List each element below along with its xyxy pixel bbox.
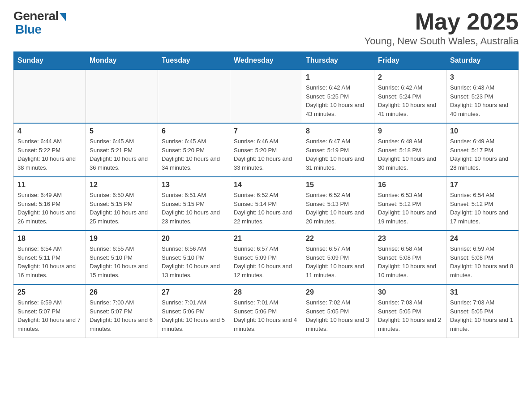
calendar-cell: 12Sunrise: 6:50 AM Sunset: 5:15 PM Dayli…	[86, 177, 158, 231]
calendar-week-row: 4Sunrise: 6:44 AM Sunset: 5:22 PM Daylig…	[14, 123, 519, 177]
calendar-cell: 25Sunrise: 6:59 AM Sunset: 5:07 PM Dayli…	[14, 284, 86, 338]
logo-arrow-icon	[60, 13, 66, 21]
calendar-header-sunday: Sunday	[14, 52, 86, 70]
day-number: 1	[306, 73, 370, 81]
day-info: Sunrise: 7:00 AM Sunset: 5:07 PM Dayligh…	[90, 298, 154, 333]
day-number: 2	[378, 73, 442, 81]
calendar-cell: 21Sunrise: 6:57 AM Sunset: 5:09 PM Dayli…	[230, 231, 302, 284]
day-number: 6	[162, 127, 226, 135]
day-info: Sunrise: 6:54 AM Sunset: 5:11 PM Dayligh…	[17, 244, 82, 279]
day-number: 7	[234, 127, 298, 135]
day-info: Sunrise: 6:53 AM Sunset: 5:12 PM Dayligh…	[378, 191, 442, 226]
calendar-cell: 24Sunrise: 6:59 AM Sunset: 5:08 PM Dayli…	[446, 231, 519, 284]
calendar-header-friday: Friday	[374, 52, 446, 70]
calendar-cell: 27Sunrise: 7:01 AM Sunset: 5:06 PM Dayli…	[158, 284, 230, 338]
day-number: 5	[90, 127, 154, 135]
calendar-week-row: 18Sunrise: 6:54 AM Sunset: 5:11 PM Dayli…	[14, 231, 519, 284]
day-info: Sunrise: 6:59 AM Sunset: 5:08 PM Dayligh…	[450, 244, 515, 279]
calendar-cell: 30Sunrise: 7:03 AM Sunset: 5:05 PM Dayli…	[374, 284, 446, 338]
day-info: Sunrise: 6:49 AM Sunset: 5:16 PM Dayligh…	[17, 191, 82, 226]
day-number: 15	[306, 181, 370, 189]
logo: General Blue	[13, 9, 66, 37]
day-number: 18	[17, 235, 82, 243]
day-number: 22	[306, 235, 370, 243]
title-section: May 2025 Young, New South Wales, Austral…	[365, 9, 519, 47]
calendar-cell: 29Sunrise: 7:02 AM Sunset: 5:05 PM Dayli…	[302, 284, 374, 338]
day-info: Sunrise: 6:45 AM Sunset: 5:20 PM Dayligh…	[162, 137, 226, 172]
calendar-header-row: SundayMondayTuesdayWednesdayThursdayFrid…	[14, 52, 519, 70]
day-info: Sunrise: 7:03 AM Sunset: 5:05 PM Dayligh…	[450, 298, 515, 333]
calendar-cell: 8Sunrise: 6:47 AM Sunset: 5:19 PM Daylig…	[302, 123, 374, 177]
calendar-cell: 22Sunrise: 6:57 AM Sunset: 5:09 PM Dayli…	[302, 231, 374, 284]
day-number: 27	[162, 288, 226, 296]
day-info: Sunrise: 7:02 AM Sunset: 5:05 PM Dayligh…	[306, 298, 370, 333]
day-number: 26	[90, 288, 154, 296]
calendar-cell: 15Sunrise: 6:52 AM Sunset: 5:13 PM Dayli…	[302, 177, 374, 231]
day-info: Sunrise: 6:57 AM Sunset: 5:09 PM Dayligh…	[306, 244, 370, 279]
day-number: 19	[90, 235, 154, 243]
day-info: Sunrise: 7:01 AM Sunset: 5:06 PM Dayligh…	[234, 298, 298, 333]
day-info: Sunrise: 6:49 AM Sunset: 5:17 PM Dayligh…	[450, 137, 515, 172]
calendar-cell: 6Sunrise: 6:45 AM Sunset: 5:20 PM Daylig…	[158, 123, 230, 177]
day-number: 14	[234, 181, 298, 189]
day-info: Sunrise: 6:42 AM Sunset: 5:24 PM Dayligh…	[378, 83, 442, 118]
day-info: Sunrise: 7:03 AM Sunset: 5:05 PM Dayligh…	[378, 298, 442, 333]
calendar-cell: 2Sunrise: 6:42 AM Sunset: 5:24 PM Daylig…	[374, 69, 446, 123]
day-number: 11	[17, 181, 82, 189]
day-info: Sunrise: 6:48 AM Sunset: 5:18 PM Dayligh…	[378, 137, 442, 172]
calendar-header-thursday: Thursday	[302, 52, 374, 70]
logo-general: General	[13, 9, 59, 23]
calendar-cell: 23Sunrise: 6:58 AM Sunset: 5:08 PM Dayli…	[374, 231, 446, 284]
month-title: May 2025	[365, 9, 519, 34]
day-number: 30	[378, 288, 442, 296]
calendar-week-row: 25Sunrise: 6:59 AM Sunset: 5:07 PM Dayli…	[14, 284, 519, 338]
calendar-cell: 19Sunrise: 6:55 AM Sunset: 5:10 PM Dayli…	[86, 231, 158, 284]
day-info: Sunrise: 6:42 AM Sunset: 5:25 PM Dayligh…	[306, 83, 370, 118]
calendar-cell: 28Sunrise: 7:01 AM Sunset: 5:06 PM Dayli…	[230, 284, 302, 338]
day-info: Sunrise: 6:46 AM Sunset: 5:20 PM Dayligh…	[234, 137, 298, 172]
logo-blue: Blue	[13, 22, 42, 37]
day-number: 13	[162, 181, 226, 189]
calendar-cell: 7Sunrise: 6:46 AM Sunset: 5:20 PM Daylig…	[230, 123, 302, 177]
calendar-cell	[158, 69, 230, 123]
calendar-header-monday: Monday	[86, 52, 158, 70]
calendar-cell: 31Sunrise: 7:03 AM Sunset: 5:05 PM Dayli…	[446, 284, 519, 338]
day-number: 23	[378, 235, 442, 243]
calendar-cell	[230, 69, 302, 123]
calendar-cell: 3Sunrise: 6:43 AM Sunset: 5:23 PM Daylig…	[446, 69, 519, 123]
day-number: 25	[17, 288, 82, 296]
day-info: Sunrise: 7:01 AM Sunset: 5:06 PM Dayligh…	[162, 298, 226, 333]
day-number: 16	[378, 181, 442, 189]
page-header: General Blue May 2025 Young, New South W…	[13, 9, 519, 47]
calendar-header-wednesday: Wednesday	[230, 52, 302, 70]
day-info: Sunrise: 6:52 AM Sunset: 5:14 PM Dayligh…	[234, 191, 298, 226]
day-number: 4	[17, 127, 82, 135]
location-title: Young, New South Wales, Australia	[365, 35, 519, 47]
calendar-cell: 17Sunrise: 6:54 AM Sunset: 5:12 PM Dayli…	[446, 177, 519, 231]
day-number: 9	[378, 127, 442, 135]
day-info: Sunrise: 6:59 AM Sunset: 5:07 PM Dayligh…	[17, 298, 82, 333]
calendar-cell: 5Sunrise: 6:45 AM Sunset: 5:21 PM Daylig…	[86, 123, 158, 177]
day-info: Sunrise: 6:57 AM Sunset: 5:09 PM Dayligh…	[234, 244, 298, 279]
day-number: 31	[450, 288, 515, 296]
calendar-cell: 16Sunrise: 6:53 AM Sunset: 5:12 PM Dayli…	[374, 177, 446, 231]
calendar-week-row: 1Sunrise: 6:42 AM Sunset: 5:25 PM Daylig…	[14, 69, 519, 123]
calendar-cell: 13Sunrise: 6:51 AM Sunset: 5:15 PM Dayli…	[158, 177, 230, 231]
calendar-week-row: 11Sunrise: 6:49 AM Sunset: 5:16 PM Dayli…	[14, 177, 519, 231]
day-info: Sunrise: 6:45 AM Sunset: 5:21 PM Dayligh…	[90, 137, 154, 172]
day-info: Sunrise: 6:56 AM Sunset: 5:10 PM Dayligh…	[162, 244, 226, 279]
day-number: 21	[234, 235, 298, 243]
day-info: Sunrise: 6:47 AM Sunset: 5:19 PM Dayligh…	[306, 137, 370, 172]
calendar-header-tuesday: Tuesday	[158, 52, 230, 70]
calendar-cell: 14Sunrise: 6:52 AM Sunset: 5:14 PM Dayli…	[230, 177, 302, 231]
calendar-table: SundayMondayTuesdayWednesdayThursdayFrid…	[13, 51, 519, 338]
day-info: Sunrise: 6:55 AM Sunset: 5:10 PM Dayligh…	[90, 244, 154, 279]
calendar-cell: 10Sunrise: 6:49 AM Sunset: 5:17 PM Dayli…	[446, 123, 519, 177]
day-info: Sunrise: 6:50 AM Sunset: 5:15 PM Dayligh…	[90, 191, 154, 226]
day-number: 17	[450, 181, 515, 189]
day-number: 20	[162, 235, 226, 243]
day-number: 28	[234, 288, 298, 296]
day-info: Sunrise: 6:51 AM Sunset: 5:15 PM Dayligh…	[162, 191, 226, 226]
day-number: 8	[306, 127, 370, 135]
day-info: Sunrise: 6:54 AM Sunset: 5:12 PM Dayligh…	[450, 191, 515, 226]
